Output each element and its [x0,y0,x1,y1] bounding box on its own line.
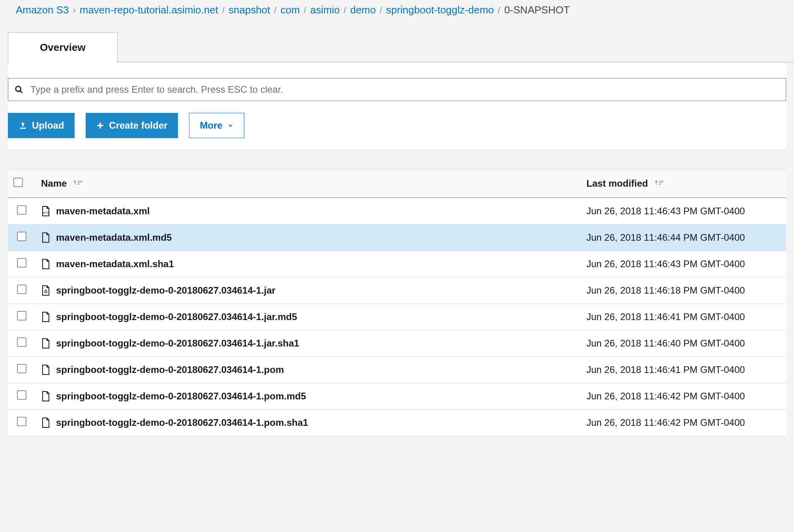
upload-button[interactable]: Upload [8,113,75,138]
last-modified: Jun 26, 2018 11:46:41 PM GMT-0400 [581,357,786,383]
select-all-checkbox[interactable] [13,178,23,187]
breadcrumb-item: 0-SNAPSHOT [504,4,570,16]
svg-text:</>: </> [43,211,49,215]
last-modified: Jun 26, 2018 11:46:18 PM GMT-0400 [581,277,786,304]
sort-icon [73,179,84,187]
search-icon [15,85,23,94]
upload-label: Upload [32,120,64,131]
last-modified: Jun 26, 2018 11:46:43 PM GMT-0400 [581,198,786,225]
last-modified: Jun 26, 2018 11:46:40 PM GMT-0400 [581,330,786,357]
row-checkbox[interactable] [17,232,26,241]
table-row[interactable]: maven-metadata.xml.sha1Jun 26, 2018 11:4… [8,251,786,277]
file-icon [41,391,51,402]
sort-icon [655,179,665,187]
file-icon [41,417,51,428]
create-folder-label: Create folder [109,120,167,131]
row-checkbox[interactable] [17,285,26,294]
breadcrumb-item[interactable]: asimio [310,4,340,16]
table-row[interactable]: springboot-togglz-demo-0-20180627.034614… [8,383,786,410]
chevron-down-icon [227,122,234,129]
slash-separator: / [274,5,277,15]
table-row[interactable]: maven-metadata.xml.md5Jun 26, 2018 11:46… [8,225,786,251]
svg-rect-4 [97,125,103,126]
table-row[interactable]: springboot-togglz-demo-0-20180627.034614… [8,357,786,383]
file-icon [41,311,51,322]
plus-icon [96,122,104,129]
breadcrumb-item[interactable]: springboot-togglz-demo [386,4,494,16]
header-name-label: Name [41,178,67,189]
header-select-all[interactable] [8,170,36,198]
breadcrumb-item[interactable]: maven-repo-tutorial.asimio.net [80,4,218,16]
tab-overview[interactable]: Overview [8,32,118,62]
tabs: Overview [8,32,794,62]
row-checkbox[interactable] [17,311,26,320]
table-row[interactable]: </>maven-metadata.xmlJun 26, 2018 11:46:… [8,198,786,225]
table-row[interactable]: springboot-togglz-demo-0-20180627.034614… [8,410,786,436]
file-name[interactable]: maven-metadata.xml [56,206,150,217]
slash-separator: / [380,5,382,15]
slash-separator: / [304,5,306,15]
last-modified: Jun 26, 2018 11:46:44 PM GMT-0400 [581,225,786,251]
table-row[interactable]: springboot-togglz-demo-0-20180627.034614… [8,277,786,304]
svg-line-1 [20,91,22,93]
file-icon: </> [41,206,51,217]
search-bar[interactable] [8,78,786,101]
file-icon [41,364,51,375]
file-icon [41,285,51,296]
breadcrumb: Amazon S3›maven-repo-tutorial.asimio.net… [0,0,794,24]
create-folder-button[interactable]: Create folder [86,113,178,138]
search-input[interactable] [30,84,779,95]
file-name[interactable]: springboot-togglz-demo-0-20180627.034614… [56,338,299,349]
more-button[interactable]: More [189,113,244,138]
table-row[interactable]: springboot-togglz-demo-0-20180627.034614… [8,304,786,330]
file-name[interactable]: springboot-togglz-demo-0-20180627.034614… [56,285,275,296]
file-name[interactable]: springboot-togglz-demo-0-20180627.034614… [56,417,308,428]
upload-icon [19,121,27,130]
row-checkbox[interactable] [17,364,26,373]
file-name[interactable]: springboot-togglz-demo-0-20180627.034614… [56,311,297,322]
action-bar: Upload Create folder More [8,113,786,138]
row-checkbox[interactable] [17,337,26,347]
header-last-modified-label: Last modified [586,178,648,189]
row-checkbox[interactable] [17,417,26,426]
breadcrumb-item[interactable]: snapshot [228,4,270,16]
file-icon [41,259,51,270]
file-table: Name Last modified [8,170,786,436]
row-checkbox[interactable] [17,258,26,268]
chevron-right-icon: › [73,5,75,15]
slash-separator: / [498,5,500,15]
file-name[interactable]: springboot-togglz-demo-0-20180627.034614… [56,391,306,402]
last-modified: Jun 26, 2018 11:46:43 PM GMT-0400 [581,251,786,277]
row-checkbox[interactable] [17,205,26,215]
breadcrumb-item[interactable]: demo [350,4,376,16]
last-modified: Jun 26, 2018 11:46:41 PM GMT-0400 [581,304,786,330]
file-name[interactable]: maven-metadata.xml.md5 [56,232,172,243]
file-name[interactable]: springboot-togglz-demo-0-20180627.034614… [56,364,284,375]
header-name[interactable]: Name [36,170,581,198]
file-name[interactable]: maven-metadata.xml.sha1 [56,259,174,270]
svg-point-14 [45,290,47,293]
more-label: More [200,120,222,131]
breadcrumb-item[interactable]: com [281,4,300,16]
svg-rect-2 [20,128,26,129]
last-modified: Jun 26, 2018 11:46:42 PM GMT-0400 [581,410,786,436]
slash-separator: / [222,5,225,15]
file-icon [41,338,51,349]
header-last-modified[interactable]: Last modified [581,170,786,198]
row-checkbox[interactable] [17,390,26,400]
slash-separator: / [344,5,346,15]
svg-point-0 [16,86,21,92]
file-icon [41,232,51,243]
last-modified: Jun 26, 2018 11:46:42 PM GMT-0400 [581,383,786,410]
breadcrumb-item[interactable]: Amazon S3 [16,4,69,16]
table-row[interactable]: springboot-togglz-demo-0-20180627.034614… [8,330,786,357]
toolbar-spacer [8,150,786,170]
